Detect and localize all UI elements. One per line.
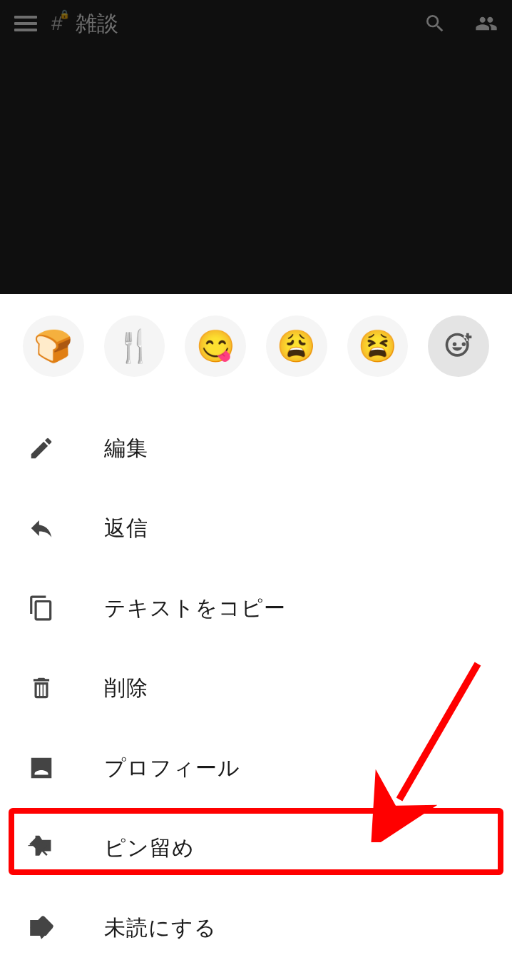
edit-label: 編集 [104, 434, 148, 463]
pin-icon [27, 834, 56, 862]
message-actions-sheet: 🍞 🍴 😋 😩 😫 編集 返信 テキストをコピー [0, 294, 512, 980]
quick-reactions-row: 🍞 🍴 😋 😩 😫 [0, 294, 512, 391]
reaction-weary[interactable]: 😩 [266, 315, 327, 377]
reaction-bread[interactable]: 🍞 [23, 315, 84, 377]
profile-action[interactable]: プロフィール [0, 728, 512, 808]
edit-action[interactable]: 編集 [0, 408, 512, 488]
reply-label: 返信 [104, 514, 148, 543]
delete-action[interactable]: 削除 [0, 648, 512, 728]
action-menu-list: 編集 返信 テキストをコピー 削除 プロフィール [0, 391, 512, 968]
pencil-icon [27, 434, 56, 463]
pin-action[interactable]: ピン留め [0, 808, 512, 888]
copy-icon [27, 594, 56, 622]
reaction-yum[interactable]: 😋 [185, 315, 246, 377]
pin-label: ピン留め [104, 834, 195, 863]
reaction-fork-knife[interactable]: 🍴 [104, 315, 165, 377]
trash-icon [27, 674, 56, 702]
reaction-tired[interactable]: 😫 [347, 315, 409, 377]
add-reaction-button[interactable] [428, 315, 489, 377]
reply-icon [27, 514, 56, 542]
copy-text-label: テキストをコピー [104, 594, 286, 623]
mark-unread-action[interactable]: 未読にする [0, 888, 512, 968]
add-reaction-icon [443, 330, 474, 362]
mark-unread-label: 未読にする [104, 914, 217, 943]
profile-icon [27, 754, 56, 782]
copy-text-action[interactable]: テキストをコピー [0, 568, 512, 648]
delete-label: 削除 [104, 674, 148, 703]
bookmark-icon [27, 914, 56, 942]
profile-label: プロフィール [104, 754, 240, 783]
reply-action[interactable]: 返信 [0, 488, 512, 568]
